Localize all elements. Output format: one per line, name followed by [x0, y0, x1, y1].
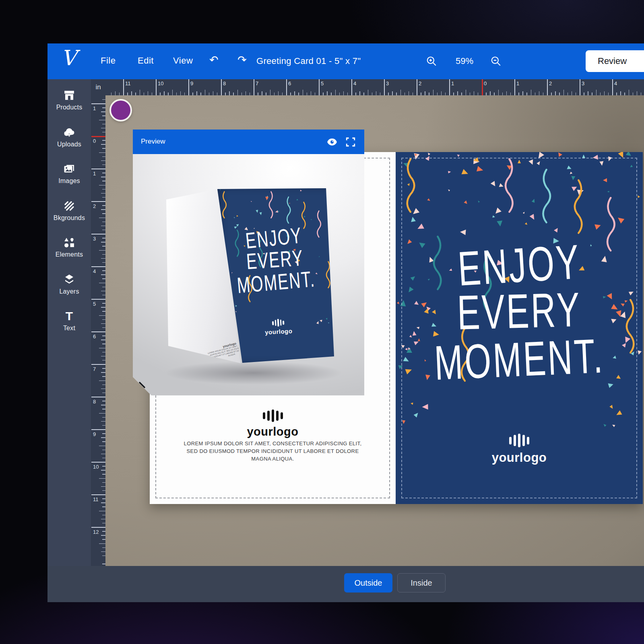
document-title: Greeting Card 01 - 5" x 7"	[256, 56, 361, 66]
ruler-minor-tick	[102, 425, 105, 426]
ruler-minor-tick	[616, 93, 617, 95]
tab-outside[interactable]: Outside	[344, 573, 392, 593]
ruler-minor-tick	[102, 295, 105, 296]
ruler-tick-label: 1	[516, 80, 519, 86]
undo-icon[interactable]: ↶	[209, 55, 219, 66]
sidebar-item-products[interactable]: Products	[47, 89, 91, 120]
ruler-minor-tick	[148, 91, 149, 95]
ruler-minor-tick	[152, 93, 153, 95]
streamer-piece	[575, 180, 582, 233]
back-body-text[interactable]: LOREM IPSUM DOLOR SIT AMET, CONSECTETUR …	[178, 440, 367, 463]
preview-body: yourlogo LOREM IPSUM DOLOR SIT AMET, CON…	[133, 154, 364, 395]
ruler-minor-tick	[102, 368, 105, 369]
review-button[interactable]: Review	[586, 50, 644, 72]
confetti-piece	[611, 424, 615, 427]
ruler-minor-tick	[388, 93, 389, 95]
design-canvas[interactable]: yourlogo LOREM IPSUM DOLOR SIT AMET, CON…	[105, 95, 644, 566]
confetti-piece	[531, 198, 536, 203]
ruler-minor-tick	[140, 90, 140, 95]
ruler-minor-tick	[101, 177, 105, 177]
zoom-level: 59%	[446, 56, 483, 66]
eye-icon[interactable]	[327, 137, 337, 147]
ruler-minor-tick	[192, 93, 193, 95]
card-shadow	[165, 361, 342, 385]
ruler-minor-tick	[229, 91, 230, 95]
sidebar-item-elements[interactable]: Elements	[47, 236, 91, 267]
ruler-minor-tick	[111, 93, 112, 95]
confetti-piece	[493, 208, 502, 216]
ruler-minor-tick	[101, 372, 105, 373]
ruler-minor-tick	[99, 478, 105, 479]
sidebar-item-uploads[interactable]: Uploads	[47, 126, 91, 157]
redo-icon[interactable]: ↷	[237, 55, 247, 66]
ruler-minor-tick	[102, 417, 105, 418]
menu-view[interactable]: View	[173, 56, 193, 66]
ruler-major-tick	[123, 79, 124, 95]
sidebar-item-label: Text	[63, 325, 75, 332]
tab-inside[interactable]: Inside	[397, 573, 446, 593]
ruler-origin-marker	[482, 79, 483, 95]
ruler-minor-tick	[502, 93, 503, 95]
text-icon: T	[63, 310, 76, 323]
menu-edit[interactable]: Edit	[138, 56, 154, 66]
confetti-piece	[477, 166, 484, 173]
ruler-minor-tick	[629, 90, 630, 95]
confetti-piece	[618, 152, 625, 159]
sidebar-item-layers[interactable]: Layers	[47, 273, 91, 305]
confetti-piece	[607, 191, 609, 192]
ruler-minor-tick	[551, 93, 552, 95]
zoom-out-icon[interactable]	[490, 56, 502, 67]
fullscreen-icon[interactable]	[345, 137, 356, 147]
ruler-minor-tick	[518, 93, 519, 95]
ruler-minor-tick	[323, 93, 324, 95]
ruler-minor-tick	[584, 93, 584, 95]
ruler-minor-tick	[101, 144, 105, 145]
ruler-minor-tick	[102, 393, 105, 393]
confetti-piece	[594, 222, 602, 230]
ruler-minor-tick	[102, 205, 105, 206]
color-swatch-purple[interactable]	[109, 99, 132, 121]
brand-logo[interactable]: V	[61, 46, 76, 70]
ruler-minor-tick	[102, 482, 105, 483]
ruler-minor-tick	[246, 91, 246, 95]
ruler-minor-tick	[102, 124, 105, 125]
ruler-minor-tick	[596, 90, 597, 95]
ruler-minor-tick	[102, 515, 105, 516]
ruler-minor-tick	[102, 506, 105, 507]
ruler-tick-label: 10	[93, 464, 99, 470]
ruler-minor-tick	[355, 93, 356, 95]
ruler-tick-label: 2	[93, 203, 96, 209]
ruler-tick-label: 7	[93, 366, 96, 372]
confetti-piece	[603, 178, 607, 182]
ruler-minor-tick	[506, 91, 507, 95]
resize-handle-icon[interactable]	[133, 377, 151, 395]
menu-file[interactable]: File	[101, 56, 116, 66]
ruler-tick-label: 5	[321, 80, 324, 86]
ruler-minor-tick	[588, 91, 588, 95]
ruler-minor-tick	[99, 152, 105, 153]
preview-header[interactable]: Preview	[133, 130, 364, 154]
ruler-major-tick	[91, 299, 105, 300]
sidebar-item-text[interactable]: TText	[47, 310, 91, 341]
ruler-minor-tick	[102, 360, 105, 361]
back-logo[interactable]: yourlogo	[150, 409, 396, 438]
ruler-minor-tick	[535, 93, 536, 95]
mockup-logo: yourlogo	[220, 316, 337, 338]
sidebar-item-images[interactable]: Images	[47, 163, 91, 194]
sidebar-item-bkgrounds[interactable]: Bkgrounds	[47, 200, 91, 231]
ruler-minor-tick	[99, 250, 105, 251]
confetti-piece	[477, 200, 480, 203]
zoom-in-icon[interactable]	[426, 56, 437, 67]
ruler-minor-tick	[99, 120, 105, 121]
front-headline[interactable]: ENJOY EVERY MOMENT.	[396, 241, 643, 383]
ruler-minor-tick	[102, 115, 105, 116]
ruler-minor-tick	[101, 274, 105, 275]
card-front-panel[interactable]: ENJOY EVERY MOMENT. yourlogo	[396, 152, 643, 504]
ruler-minor-tick	[331, 93, 332, 95]
preview-window[interactable]: Preview yourlogo LOREM IPSUM DOLOR SIT A…	[133, 130, 364, 395]
confetti-piece	[569, 172, 572, 175]
ruler-minor-tick	[99, 543, 105, 544]
ruler-minor-tick	[102, 213, 105, 214]
ruler-major-tick	[351, 79, 352, 95]
front-logo[interactable]: yourlogo	[396, 434, 643, 465]
